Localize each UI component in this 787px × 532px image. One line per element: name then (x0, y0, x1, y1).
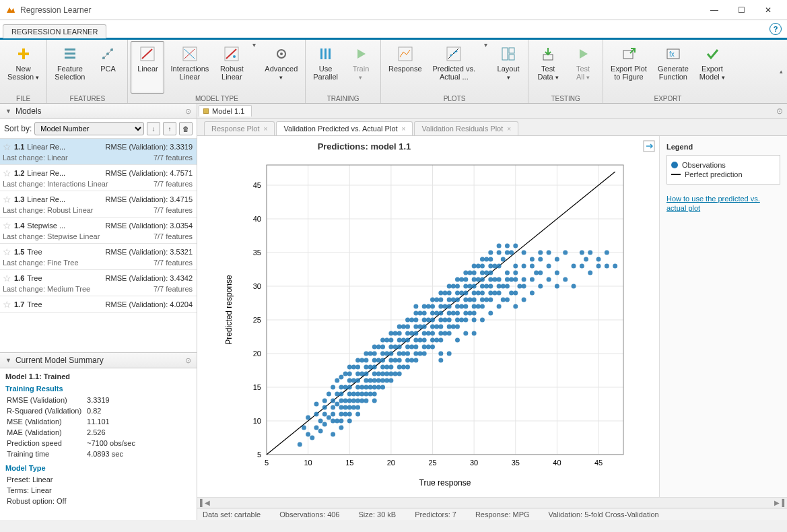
app-tab-regression-learner[interactable]: REGRESSION LEARNER (3, 24, 106, 38)
response-plot-button[interactable]: Response (384, 41, 427, 94)
new-session-button[interactable]: New Session (3, 41, 44, 94)
svg-point-359 (505, 244, 510, 248)
advanced-button[interactable]: Advanced (260, 41, 302, 94)
parallel-icon (318, 46, 334, 62)
svg-point-350 (497, 244, 502, 248)
sort-down-button[interactable]: ↓ (147, 122, 160, 135)
svg-point-168 (380, 358, 385, 363)
svg-line-6 (102, 48, 113, 59)
sort-label: Sort by: (4, 124, 32, 133)
help-icon[interactable]: ? (769, 23, 782, 35)
export-plot-button[interactable]: Export Plot to Figure (606, 41, 652, 94)
plot-tab-pred-actual[interactable]: Validation Predicted vs. Actual Plot× (276, 121, 413, 135)
plot-area: Predictions: model 1.1 51015202530354045… (197, 136, 787, 497)
status-size: Size: 30 kB (359, 510, 397, 519)
svg-point-364 (513, 264, 518, 269)
models-list[interactable]: ☆1.1 Linear Re...RMSE (Validation): 3.33… (0, 139, 197, 353)
svg-point-295 (463, 284, 468, 289)
svg-point-261 (438, 352, 443, 356)
feature-selection-button[interactable]: Feature Selection (50, 41, 90, 94)
window-maximize-button[interactable]: ☐ (728, 1, 755, 20)
model-list-item[interactable]: ☆1.7 TreeRMSE (Validation): 4.0204 (0, 296, 197, 313)
window-minimize-button[interactable]: — (701, 1, 728, 20)
star-icon[interactable]: ☆ (3, 141, 11, 152)
check-icon (704, 46, 720, 62)
model-list-item[interactable]: ☆1.2 Linear Re...RMSE (Validation): 4.75… (0, 165, 197, 191)
model-list-item[interactable]: ☆1.1 Linear Re...RMSE (Validation): 3.33… (0, 139, 197, 165)
star-icon[interactable]: ☆ (3, 194, 11, 205)
svg-point-360 (509, 277, 514, 282)
svg-point-175 (384, 352, 389, 356)
use-parallel-button[interactable]: Use Parallel (308, 41, 343, 94)
svg-point-97 (335, 378, 339, 383)
svg-point-174 (384, 365, 389, 370)
train-button[interactable]: Train (344, 41, 378, 94)
svg-point-16 (280, 53, 283, 55)
summary-content: Model 1.1: Trained Training Results RMSE… (0, 368, 197, 520)
hide-plot-button[interactable] (643, 140, 655, 154)
svg-text:25: 25 (253, 316, 261, 324)
star-icon[interactable]: ☆ (3, 168, 11, 178)
svg-point-161 (376, 372, 381, 376)
star-icon[interactable]: ☆ (3, 299, 11, 310)
model-robust-button[interactable]: Robust Linear (215, 41, 248, 94)
legend-title: Legend (666, 143, 780, 151)
toolstrip-expand-button[interactable]: ▴ (776, 40, 787, 103)
svg-point-264 (443, 331, 448, 336)
sort-select[interactable]: Model Number (34, 122, 144, 135)
pca-button[interactable]: PCA (91, 41, 125, 94)
panel-options-icon[interactable]: ⊙ (185, 107, 191, 116)
delete-button[interactable]: 🗑 (179, 122, 193, 135)
model-gallery-dropdown[interactable]: ▾ (250, 41, 259, 48)
play-all-icon (575, 46, 591, 62)
svg-point-309 (472, 304, 477, 309)
star-icon[interactable]: ☆ (3, 246, 11, 257)
star-icon[interactable]: ☆ (3, 273, 11, 284)
svg-point-256 (438, 331, 443, 336)
close-icon[interactable]: × (264, 125, 268, 133)
predicted-actual-plot-button[interactable]: Predicted vs. Actual ... (428, 41, 481, 94)
model-list-item[interactable]: ☆1.3 Linear Re...RMSE (Validation): 3.47… (0, 191, 197, 218)
svg-point-321 (480, 277, 485, 282)
svg-point-88 (331, 412, 335, 417)
svg-point-110 (343, 405, 348, 410)
svg-point-95 (335, 392, 339, 397)
svg-point-169 (380, 352, 385, 356)
doc-tabs-options-icon[interactable]: ⊙ (776, 106, 783, 116)
star-icon[interactable]: ☆ (3, 220, 11, 231)
window-close-button[interactable]: ✕ (755, 1, 782, 20)
svg-point-79 (314, 402, 318, 407)
svg-point-351 (501, 284, 506, 289)
plot-tab-residuals[interactable]: Validation Residuals Plot× (414, 121, 518, 135)
svg-rect-0 (65, 48, 75, 51)
predactual-icon (446, 46, 462, 62)
generate-function-button[interactable]: fx Generate Function (653, 41, 693, 94)
doc-tab-model[interactable]: Model 1.1 (199, 105, 252, 117)
svg-point-177 (384, 338, 389, 343)
summary-panel-header[interactable]: ▼ Current Model Summary ⊙ (0, 353, 197, 368)
model-interactions-button[interactable]: Interactions Linear (166, 41, 213, 94)
help-link[interactable]: How to use the predicted vs. actual plot (666, 194, 780, 213)
model-list-item[interactable]: ☆1.6 TreeRMSE (Validation): 3.4342Last c… (0, 270, 197, 296)
model-linear-button[interactable]: Linear (131, 41, 164, 94)
model-list-item[interactable]: ☆1.4 Stepwise ...RMSE (Validation): 3.03… (0, 218, 197, 244)
layout-button[interactable]: Layout (491, 41, 525, 94)
export-model-button[interactable]: Export Model (695, 41, 730, 94)
plot-tab-response[interactable]: Response Plot× (204, 121, 275, 135)
scatter-chart[interactable]: 5101520253035404551015202530354045True r… (219, 138, 637, 495)
svg-point-106 (343, 399, 348, 403)
close-icon[interactable]: × (507, 125, 511, 133)
horizontal-scrollbar[interactable]: ▌◀▶▐ (197, 497, 787, 508)
model-list-item[interactable]: ☆1.5 TreeRMSE (Validation): 3.5321Last c… (0, 244, 197, 270)
models-panel-header[interactable]: ▼ Models ⊙ (0, 104, 197, 119)
sort-up-button[interactable]: ↑ (163, 122, 176, 135)
close-icon[interactable]: × (402, 125, 406, 133)
plots-gallery-dropdown[interactable]: ▾ (481, 41, 490, 48)
test-all-button[interactable]: Test All (566, 41, 600, 94)
svg-point-248 (434, 325, 439, 329)
svg-point-394 (580, 264, 584, 269)
svg-point-172 (380, 385, 385, 390)
svg-point-126 (355, 385, 360, 390)
panel-options-icon[interactable]: ⊙ (185, 356, 191, 365)
test-data-button[interactable]: Test Data (531, 41, 565, 94)
